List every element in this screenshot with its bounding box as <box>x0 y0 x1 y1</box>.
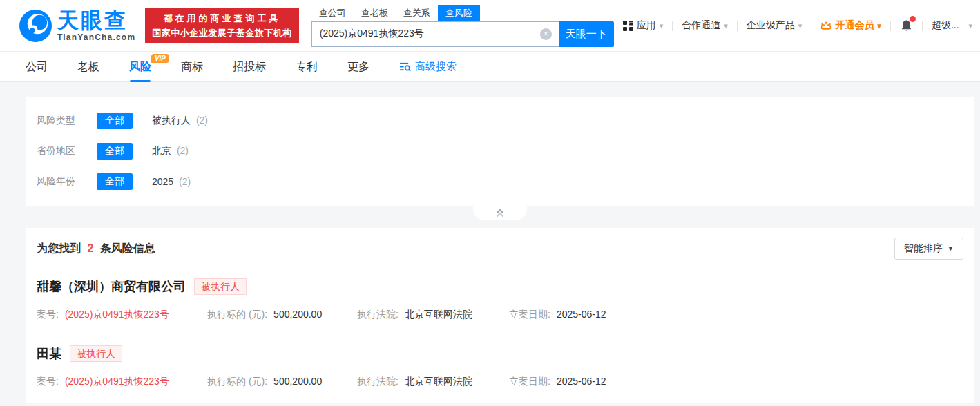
tab-bidding[interactable]: 招投标 <box>233 52 266 82</box>
field-label: 执行法院: <box>357 376 398 388</box>
tab-risk[interactable]: 风险 VIP <box>129 52 151 82</box>
results-panel: 为您找到 2 条风险信息 智能排序 ▼ 甜馨（深圳）商贸有限公司 被执行人 案号… <box>26 228 974 403</box>
filter-all-button[interactable]: 全部 <box>97 143 133 160</box>
chevron-down-icon: ▾ <box>969 21 973 30</box>
cooperation-label: 合作通道 <box>682 19 720 32</box>
company-name-link[interactable]: 甜馨（深圳）商贸有限公司 <box>37 278 186 295</box>
enterprise-label: 企业级产品 <box>747 19 795 32</box>
advanced-search-label: 高级搜索 <box>415 60 457 73</box>
search-input[interactable] <box>311 21 559 47</box>
tab-more[interactable]: 更多 <box>347 52 369 82</box>
category-tab-bar: 公司 老板 风险 VIP 商标 招投标 专利 更多 高级搜索 <box>0 52 980 82</box>
tab-trademark[interactable]: 商标 <box>181 52 203 82</box>
tab-company[interactable]: 公司 <box>26 52 48 82</box>
results-summary: 为您找到 2 条风险信息 <box>37 242 155 256</box>
active-tab-underline <box>130 80 151 82</box>
apps-grid-icon <box>623 21 633 31</box>
filter-label: 省份地区 <box>37 145 81 157</box>
filter-option[interactable]: 被执行人 (2) <box>152 115 208 127</box>
filter-row-risk-type: 风险类型 全部 被执行人 (2) <box>37 106 963 136</box>
search-tab-relation[interactable]: 查关系 <box>396 5 438 21</box>
filter-panel: 风险类型 全部 被执行人 (2) 省份地区 全部 北京 (2) 风险年份 全部 … <box>26 97 974 206</box>
risk-result-item: 甜馨（深圳）商贸有限公司 被执行人 案号: (2025)京0491执恢223号 … <box>26 269 974 336</box>
field-label: 执行标的 (元): <box>207 376 267 388</box>
notifications-button[interactable] <box>891 19 922 32</box>
field-label: 执行法院: <box>357 309 398 321</box>
notification-dot <box>910 16 916 22</box>
field-value: 500,200.00 <box>273 376 322 388</box>
dropdown-caret-icon: ▼ <box>948 245 954 252</box>
vip-upgrade-menu[interactable]: 开通会员 ▾ <box>811 19 890 32</box>
chevron-down-icon: ▾ <box>724 21 728 30</box>
search-tab-company[interactable]: 查公司 <box>311 5 354 21</box>
results-header: 为您找到 2 条风险信息 智能排序 ▼ <box>26 228 974 269</box>
logo-subtitle: TianYanCha.com <box>57 32 135 42</box>
filter-option-name: 北京 <box>152 145 171 156</box>
apps-label: 应用 <box>637 19 656 32</box>
field-label: 案号: <box>37 309 59 321</box>
execution-amount-field: 执行标的 (元): 500,200.00 <box>207 309 357 321</box>
banner-line-2: 国家中小企业发展子基金旗下机构 <box>152 26 292 40</box>
banner-line-1: 都在用的商业查询工具 <box>152 11 292 26</box>
execution-court-field: 执行法院: 北京互联网法院 <box>357 309 509 321</box>
filter-label: 风险年份 <box>37 175 81 188</box>
person-name-link[interactable]: 田某 <box>37 345 61 362</box>
promo-banner: 都在用的商业查询工具 国家中小企业发展子基金旗下机构 <box>145 8 299 44</box>
case-number-link[interactable]: (2025)京0491执恢223号 <box>65 376 169 388</box>
case-number-link[interactable]: (2025)京0491执恢223号 <box>65 309 169 321</box>
executed-person-badge: 被执行人 <box>70 345 122 362</box>
account-menu[interactable]: 超级... ▾ <box>923 19 980 32</box>
search-tab-boss[interactable]: 查老板 <box>354 5 396 21</box>
account-label: 超级... <box>932 19 959 32</box>
cooperation-menu[interactable]: 合作通道 ▾ <box>673 19 737 32</box>
smart-sort-dropdown[interactable]: 智能排序 ▼ <box>894 238 963 260</box>
execution-court-field: 执行法院: 北京互联网法院 <box>357 376 509 388</box>
field-value: 500,200.00 <box>273 309 322 321</box>
filing-date-field: 立案日期: 2025-06-12 <box>509 309 606 321</box>
risk-result-item: 田某 被执行人 案号: (2025)京0491执恢223号 执行标的 (元): … <box>26 336 974 403</box>
filing-date-field: 立案日期: 2025-06-12 <box>509 376 606 388</box>
advanced-search-button[interactable]: 高级搜索 <box>399 60 457 73</box>
field-value: 北京互联网法院 <box>405 376 472 388</box>
filter-row-year: 风险年份 全部 2025 (2) <box>37 166 963 197</box>
header: 天眼查 TianYanCha.com 都在用的商业查询工具 国家中小企业发展子基… <box>0 0 980 52</box>
clear-search-icon[interactable]: × <box>540 28 552 40</box>
chevron-down-icon: ▾ <box>877 21 881 30</box>
field-value: 北京互联网法院 <box>405 309 472 321</box>
filter-row-province: 省份地区 全部 北京 (2) <box>37 136 963 166</box>
tab-risk-label: 风险 <box>129 61 151 72</box>
search-button[interactable]: 天眼一下 <box>559 21 614 47</box>
header-right-nav: 应用 ▾ 合作通道 ▾ 企业级产品 ▾ 开通会员 ▾ <box>614 19 980 32</box>
summary-prefix: 为您找到 <box>37 242 81 254</box>
filter-option-count: (2) <box>177 145 189 156</box>
field-label: 立案日期: <box>509 309 550 321</box>
chevron-down-icon: ▾ <box>798 21 803 30</box>
field-value: 2025-06-12 <box>557 309 606 321</box>
vip-upgrade-label: 开通会员 <box>835 19 874 32</box>
filter-all-button[interactable]: 全部 <box>97 173 133 190</box>
tianyancha-logo[interactable]: 天眼查 TianYanCha.com <box>19 10 135 42</box>
filter-option-count: (2) <box>179 176 191 187</box>
collapse-filters-button[interactable] <box>473 206 527 220</box>
field-label: 案号: <box>37 376 59 388</box>
case-number-field: 案号: (2025)京0491执恢223号 <box>37 309 207 321</box>
tab-boss[interactable]: 老板 <box>77 52 99 82</box>
field-value: 2025-06-12 <box>557 376 606 388</box>
tianyancha-eye-icon <box>19 10 52 42</box>
advanced-search-icon <box>399 61 411 72</box>
filter-option[interactable]: 北京 (2) <box>152 145 189 157</box>
tab-patent[interactable]: 专利 <box>296 52 318 82</box>
logo-title: 天眼查 <box>57 10 135 31</box>
enterprise-menu[interactable]: 企业级产品 ▾ <box>738 19 811 32</box>
sort-label: 智能排序 <box>904 242 943 255</box>
apps-menu[interactable]: 应用 ▾ <box>614 19 673 32</box>
filter-all-button[interactable]: 全部 <box>97 113 133 129</box>
filter-option[interactable]: 2025 (2) <box>152 176 191 187</box>
results-count: 2 <box>87 242 93 254</box>
crown-icon <box>820 21 832 30</box>
chevron-down-icon: ▾ <box>660 21 664 30</box>
vip-badge: VIP <box>151 54 169 63</box>
search-area: 查公司 查老板 查关系 查风险 × 天眼一下 <box>311 5 614 47</box>
case-number-field: 案号: (2025)京0491执恢223号 <box>37 376 207 388</box>
search-tab-risk[interactable]: 查风险 <box>438 5 480 21</box>
